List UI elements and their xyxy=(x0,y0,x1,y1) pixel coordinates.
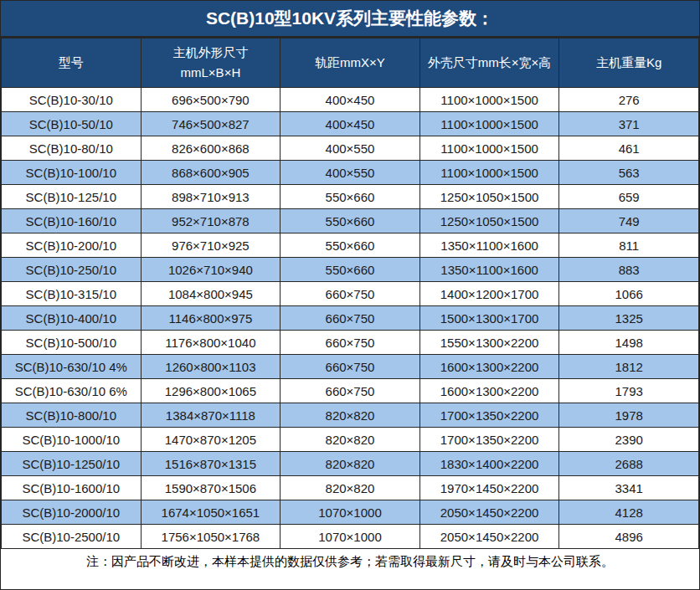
table-cell: 1400×1200×1700 xyxy=(419,282,559,306)
table-cell: SC(B)10-30/10 xyxy=(2,88,142,112)
table-cell: 660×750 xyxy=(281,306,420,331)
table-row: SC(B)10-630/10 4%1260×800×1103660×750160… xyxy=(2,355,699,379)
table-cell: 1084×800×945 xyxy=(141,282,281,306)
table-cell: 1700×1350×2200 xyxy=(419,403,559,428)
table-cell: 1250×1050×1500 xyxy=(419,185,559,209)
table-cell: 1146×800×975 xyxy=(141,306,281,331)
table-cell: 820×820 xyxy=(281,428,420,452)
column-header-0: 型号 xyxy=(2,38,142,88)
table-cell: 1296×800×1065 xyxy=(141,379,281,403)
table-cell: SC(B)10-2000/10 xyxy=(2,500,142,525)
column-header-2: 轨距mmX×Y xyxy=(281,38,420,88)
table-cell: 1500×1300×1700 xyxy=(419,306,559,331)
table-cell: 1176×800×1040 xyxy=(141,331,281,355)
table-cell: SC(B)10-100/10 xyxy=(2,161,142,185)
table-row: SC(B)10-50/10746×500×827400×4501100×1000… xyxy=(2,112,699,136)
table-cell: SC(B)10-125/10 xyxy=(2,185,142,209)
table-cell: 1325 xyxy=(559,306,699,331)
table-cell: 461 xyxy=(559,136,699,161)
table-cell: 898×710×913 xyxy=(141,185,281,209)
table-cell: SC(B)10-2500/10 xyxy=(2,525,142,549)
table-cell: SC(B)10-400/10 xyxy=(2,306,142,331)
column-header-3: 外壳尺寸mm长×宽×高 xyxy=(419,38,559,88)
table-cell: 696×500×790 xyxy=(141,88,281,112)
table-cell: 276 xyxy=(559,88,699,112)
table-cell: SC(B)10-630/10 6% xyxy=(2,379,142,403)
column-header-4: 主机重量Kg xyxy=(559,38,699,88)
table-cell: 1812 xyxy=(559,355,699,379)
table-cell: 1070×1000 xyxy=(281,525,420,549)
table-cell: 976×710×925 xyxy=(141,233,281,258)
table-cell: 660×750 xyxy=(281,355,420,379)
table-cell: 1700×1350×2200 xyxy=(419,428,559,452)
table-cell: 1026×710×940 xyxy=(141,258,281,282)
spec-table: 型号主机外形尺寸 mmL×B×H轨距mmX×Y外壳尺寸mm长×宽×高主机重量Kg… xyxy=(1,38,699,549)
table-cell: SC(B)10-800/10 xyxy=(2,403,142,428)
table-cell: 952×710×878 xyxy=(141,209,281,233)
table-cell: 749 xyxy=(559,209,699,233)
table-cell: 1100×1000×1500 xyxy=(419,112,559,136)
table-cell: 811 xyxy=(559,233,699,258)
table-row: SC(B)10-125/10898×710×913550×6601250×105… xyxy=(2,185,699,209)
table-cell: 826×600×868 xyxy=(141,136,281,161)
table-cell: 660×750 xyxy=(281,282,420,306)
table-cell: 1793 xyxy=(559,379,699,403)
table-cell: 1498 xyxy=(559,331,699,355)
table-cell: 659 xyxy=(559,185,699,209)
table-cell: 1978 xyxy=(559,403,699,428)
table-cell: 2390 xyxy=(559,428,699,452)
table-cell: 746×500×827 xyxy=(141,112,281,136)
table-cell: 1970×1450×2200 xyxy=(419,476,559,500)
table-cell: 1550×1300×2200 xyxy=(419,331,559,355)
table-cell: 1384×870×1118 xyxy=(141,403,281,428)
table-cell: 1830×1400×2200 xyxy=(419,452,559,476)
table-row: SC(B)10-630/10 6%1296×800×1065660×750160… xyxy=(2,379,699,403)
table-cell: 400×550 xyxy=(281,161,420,185)
table-cell: 400×550 xyxy=(281,136,420,161)
table-cell: 1100×1000×1500 xyxy=(419,88,559,112)
table-cell: 1250×1050×1500 xyxy=(419,209,559,233)
table-row: SC(B)10-400/101146×800×975660×7501500×13… xyxy=(2,306,699,331)
table-cell: 660×750 xyxy=(281,379,420,403)
table-row: SC(B)10-80/10826×600×868400×5501100×1000… xyxy=(2,136,699,161)
table-cell: 400×450 xyxy=(281,112,420,136)
spec-sheet: SC(B)10型10KV系列主要性能参数： 型号主机外形尺寸 mmL×B×H轨距… xyxy=(0,0,700,590)
table-row: SC(B)10-1250/101516×870×1315820×8201830×… xyxy=(2,452,699,476)
table-row: SC(B)10-315/101084×800×945660×7501400×12… xyxy=(2,282,699,306)
table-row: SC(B)10-100/10868×600×905400×5501100×100… xyxy=(2,161,699,185)
table-row: SC(B)10-500/101176×800×1040660×7501550×1… xyxy=(2,331,699,355)
page-title: SC(B)10型10KV系列主要性能参数： xyxy=(1,1,699,38)
table-cell: 1070×1000 xyxy=(281,500,420,525)
table-cell: 868×600×905 xyxy=(141,161,281,185)
table-cell: 2050×1450×2200 xyxy=(419,525,559,549)
table-cell: 1516×870×1315 xyxy=(141,452,281,476)
table-cell: 1350×1100×1600 xyxy=(419,233,559,258)
table-row: SC(B)10-30/10696×500×790400×4501100×1000… xyxy=(2,88,699,112)
table-cell: 1590×870×1506 xyxy=(141,476,281,500)
table-cell: SC(B)10-315/10 xyxy=(2,282,142,306)
table-cell: 1600×1300×2200 xyxy=(419,355,559,379)
table-cell: SC(B)10-1600/10 xyxy=(2,476,142,500)
table-cell: 883 xyxy=(559,258,699,282)
table-cell: 550×660 xyxy=(281,185,420,209)
table-row: SC(B)10-1000/101470×870×1205820×8201700×… xyxy=(2,428,699,452)
header-row: 型号主机外形尺寸 mmL×B×H轨距mmX×Y外壳尺寸mm长×宽×高主机重量Kg xyxy=(2,38,699,88)
table-body: SC(B)10-30/10696×500×790400×4501100×1000… xyxy=(2,88,699,549)
column-header-1: 主机外形尺寸 mmL×B×H xyxy=(141,38,281,88)
table-cell: SC(B)10-200/10 xyxy=(2,233,142,258)
table-row: SC(B)10-160/10952×710×878550×6601250×105… xyxy=(2,209,699,233)
table-cell: 1600×1300×2200 xyxy=(419,379,559,403)
table-cell: 1260×800×1103 xyxy=(141,355,281,379)
table-row: SC(B)10-2000/101674×1050×16511070×100020… xyxy=(2,500,699,525)
table-cell: 660×750 xyxy=(281,331,420,355)
table-cell: SC(B)10-500/10 xyxy=(2,331,142,355)
table-cell: 2688 xyxy=(559,452,699,476)
table-cell: SC(B)10-1250/10 xyxy=(2,452,142,476)
table-header: 型号主机外形尺寸 mmL×B×H轨距mmX×Y外壳尺寸mm长×宽×高主机重量Kg xyxy=(2,38,699,88)
table-row: SC(B)10-1600/101590×870×1506820×8201970×… xyxy=(2,476,699,500)
table-cell: 1674×1050×1651 xyxy=(141,500,281,525)
table-cell: 820×820 xyxy=(281,476,420,500)
table-row: SC(B)10-2500/101756×1050×17681070×100020… xyxy=(2,525,699,549)
table-cell: 820×820 xyxy=(281,452,420,476)
table-cell: 820×820 xyxy=(281,403,420,428)
